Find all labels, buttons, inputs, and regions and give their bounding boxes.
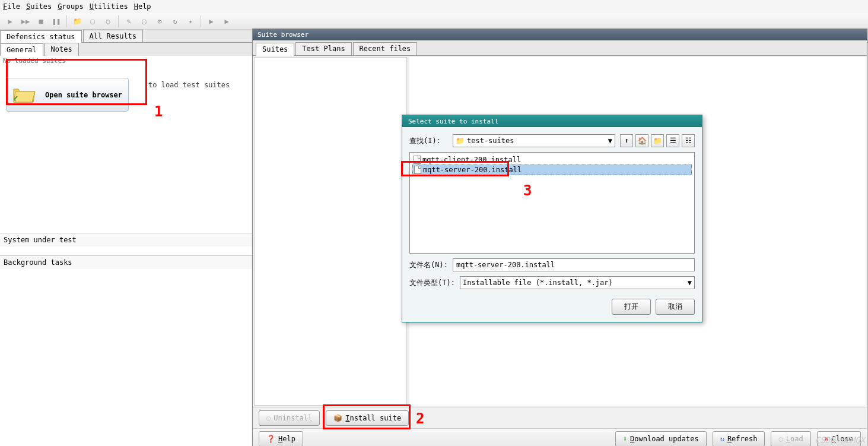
separator [118,15,119,27]
play-icon[interactable]: ▶ [3,14,17,29]
open-button[interactable]: 打开 [612,299,651,315]
download-icon: ⬇ [623,435,627,443]
file-icon [414,166,421,174]
tab-all-results[interactable]: All Results [83,30,143,42]
open-suite-browser-label: Open suite browser [45,91,122,99]
file-name: mqtt-server-200.install [423,166,522,174]
circle-icon[interactable]: ○ [101,14,115,29]
open-suite-browser-button[interactable]: Open suite browser [6,78,129,112]
filetype-value: Installable file (*.install, *.jar) [463,279,613,287]
load-button[interactable]: ○ Load [771,431,810,447]
suite-browser-footer: ❓ Help ⬇ Download updates ↻ Refresh ○ Lo… [253,428,867,446]
watermark: CSDN @EMQX [815,435,865,445]
annotation-number-1: 1 [154,103,163,120]
suite-browser-title: Suite browser [253,29,867,40]
file-dialog-buttons: 打开 取消 [409,299,695,315]
background-tasks-section[interactable]: Background tasks [0,255,255,269]
help-icon: ❓ [266,435,275,443]
home-icon[interactable]: 🏠 [635,134,648,147]
tab-recent-files[interactable]: Recent files [353,42,418,55]
file-icon [414,156,421,164]
pause-icon[interactable]: ❚❚ [49,14,63,29]
stop-icon[interactable]: ■ [34,14,48,29]
sub-tabs: General Notes [0,43,255,56]
circle-icon: ○ [266,414,271,422]
step-icon[interactable]: ▶▶ [18,14,33,29]
separator [66,15,67,27]
look-in-label: 查找(I): [409,136,448,146]
annotation-number-3: 3 [523,182,532,199]
tab-suites[interactable]: Suites [256,43,294,56]
filename-row: 文件名(N): [409,258,695,271]
filetype-label: 文件类型(T): [409,278,455,288]
run-all-icon[interactable]: ▶ [220,14,234,29]
run-icon[interactable]: ▶ [204,14,218,29]
tab-defensics-status[interactable]: Defensics status [0,30,82,43]
download-updates-button[interactable]: ⬇ Download updates [615,431,707,447]
cancel-button[interactable]: 取消 [656,299,695,315]
up-folder-icon[interactable]: ⬆ [620,134,633,147]
suite-browser-actions: ○ Uninstall 📦 Install suite 2 [253,407,867,428]
file-dialog: Select suite to install 查找(I): 📁 test-su… [402,115,702,322]
panel-body: No loaded suites Open suite browser to l… [0,56,255,233]
filetype-combo[interactable]: Installable file (*.install, *.jar) ▼ [460,276,695,289]
menu-help[interactable]: Help [134,2,151,11]
file-dialog-toolbar: ⬆ 🏠 📁 ☰ ☷ [620,134,695,147]
no-loaded-suites-label: No loaded suites [0,56,255,66]
menu-groups[interactable]: Groups [58,2,83,11]
circle-icon: ○ [778,435,783,443]
dropdown-arrow-icon: ▼ [688,279,692,287]
filename-label: 文件名(N): [409,260,448,270]
annotation-number-2: 2 [416,410,424,427]
menu-utilities[interactable]: Utilities [90,2,128,11]
look-in-row: 查找(I): 📁 test-suites ▼ ⬆ 🏠 📁 ☰ ☷ [409,134,695,147]
new-folder-icon[interactable]: 📁 [651,134,664,147]
refresh-button[interactable]: ↻ Refresh [713,431,765,447]
document-icon[interactable]: ▢ [85,14,100,29]
look-in-combo[interactable]: 📁 test-suites ▼ [453,134,615,147]
details-view-icon[interactable]: ☷ [682,134,695,147]
separator [201,15,201,27]
file-dialog-title: Select suite to install [402,115,702,127]
menu-suites[interactable]: Suites [26,2,52,11]
uninstall-button[interactable]: ○ Uninstall [259,410,320,426]
puzzle-icon[interactable]: ✦ [183,14,198,29]
gear-icon[interactable]: ⚙ [152,14,167,29]
toolbar: ▶ ▶▶ ■ ❚❚ 📁 ▢ ○ ✎ ▢ ⚙ ↻ ✦ ▶ ▶ [0,13,868,30]
install-suite-button[interactable]: 📦 Install suite [326,410,409,426]
trailing-text: to load test suites [148,81,230,89]
file-name: mqtt-client-200.install [422,156,521,164]
look-in-value: test-suites [467,137,514,145]
tab-test-plans[interactable]: Test Plans [295,42,351,55]
folder-icon[interactable]: 📁 [70,14,84,29]
tab-general[interactable]: General [0,43,43,56]
file-dialog-body: 查找(I): 📁 test-suites ▼ ⬆ 🏠 📁 ☰ ☷ mqtt-cl… [402,127,702,322]
help-button[interactable]: ❓ Help [259,431,303,447]
dropdown-arrow-icon: ▼ [608,137,612,145]
system-under-test-section[interactable]: System under test [0,233,255,246]
folder-icon: 📁 [456,137,465,145]
left-panel: General Notes No loaded suites Open suit… [0,43,255,446]
file-item-selected[interactable]: mqtt-server-200.install [412,165,692,175]
edit-icon[interactable]: ✎ [122,14,136,29]
filetype-row: 文件类型(T): Installable file (*.install, *.… [409,276,695,289]
copy-icon[interactable]: ▢ [137,14,151,29]
package-icon: 📦 [333,414,342,422]
filename-input[interactable] [453,258,695,271]
tab-notes[interactable]: Notes [44,43,79,56]
menubar: FFileile Suites Groups Utilities Help [0,0,868,13]
refresh-icon: ↻ [720,435,724,443]
folder-open-icon [12,84,36,105]
file-list[interactable]: mqtt-client-200.install mqtt-server-200.… [409,152,695,254]
menu-file[interactable]: FFileile [3,2,20,11]
refresh-icon[interactable]: ↻ [168,14,182,29]
suite-browser-tabs: Suites Test Plans Recent files [253,40,867,56]
file-item[interactable]: mqtt-client-200.install [412,155,692,165]
list-view-icon[interactable]: ☰ [666,134,679,147]
suite-browser-tree[interactable] [254,57,407,406]
